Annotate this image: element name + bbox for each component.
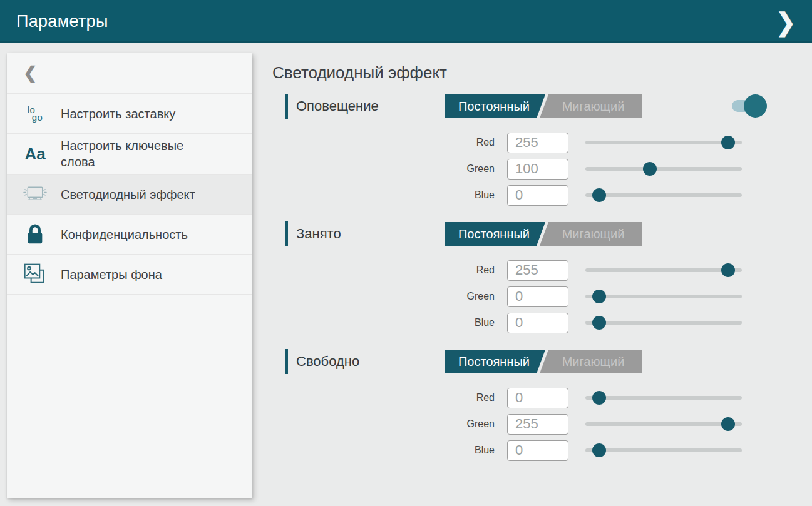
blue-slider[interactable] [585, 437, 742, 463]
sidebar-item-label: Настроить ключевые слова [61, 138, 198, 170]
mode-toggle-busy: Постоянный Мигающий [445, 222, 642, 246]
notification-enable-switch[interactable] [732, 94, 767, 118]
green-value-input[interactable] [507, 286, 568, 307]
slider-thumb[interactable] [721, 263, 735, 277]
mode-constant-button[interactable]: Постоянный [445, 222, 543, 246]
blue-value-input[interactable] [507, 185, 568, 206]
mode-blinking-button[interactable]: Мигающий [545, 350, 642, 373]
blue-value-input[interactable] [507, 313, 568, 333]
page-title: Светодиодный эффект [272, 63, 812, 82]
slider-track [585, 193, 742, 197]
slider-track [585, 141, 742, 144]
rgb-rows-notification: Red Green Blue [271, 129, 812, 208]
slider-thumb[interactable] [592, 188, 606, 202]
slider-thumb[interactable] [592, 391, 606, 405]
section-accent-bar [285, 94, 288, 119]
mode-constant-button[interactable]: Постоянный [445, 94, 543, 118]
switch-knob [744, 94, 767, 118]
back-chevron-icon: ❮ [23, 63, 38, 83]
mode-toggle-free: Постоянный Мигающий [445, 350, 642, 373]
led-screen-icon [21, 183, 49, 206]
rgb-row-green: Green [271, 156, 742, 182]
green-label: Green [271, 291, 495, 302]
green-label: Green [271, 163, 495, 175]
rgb-row-blue: Blue [271, 182, 742, 208]
sidebar-item-keywords[interactable]: Aa Настроить ключевые слова [7, 134, 252, 175]
sidebar-item-label: Параметры фона [61, 266, 162, 283]
slider-thumb[interactable] [643, 162, 657, 176]
section-title: Занято [296, 226, 341, 242]
red-value-input[interactable] [507, 388, 568, 408]
slider-track [585, 321, 742, 325]
rgb-row-red: Red [271, 385, 742, 411]
mode-blinking-button[interactable]: Мигающий [545, 222, 642, 246]
green-slider[interactable] [585, 283, 742, 310]
slider-track [585, 167, 742, 171]
sidebar: ❮ logo Настроить заставку Aa Настроить к… [7, 53, 252, 498]
app-title: Параметры [16, 12, 108, 31]
red-slider[interactable] [585, 257, 742, 283]
sidebar-item-label: Конфиденциальность [61, 226, 188, 243]
slider-track [585, 448, 742, 452]
red-value-input[interactable] [507, 133, 568, 153]
section-accent-bar [285, 349, 288, 374]
blue-slider[interactable] [585, 182, 742, 208]
sidebar-item-led-effect[interactable]: Светодиодный эффект [7, 175, 252, 215]
section-header-notification: Оповещение Постоянный Мигающий [271, 94, 812, 119]
slider-track [585, 268, 742, 272]
green-value-input[interactable] [507, 414, 568, 435]
keywords-icon: Aa [21, 146, 49, 162]
sidebar-back-button[interactable]: ❮ [7, 53, 252, 94]
background-images-icon [21, 262, 49, 287]
blue-label: Blue [271, 445, 495, 456]
rgb-row-green: Green [271, 411, 742, 437]
slider-track [585, 396, 742, 400]
sidebar-item-splash-screen[interactable]: logo Настроить заставку [7, 94, 252, 134]
section-title: Оповещение [296, 98, 379, 114]
blue-slider[interactable] [585, 310, 742, 336]
rgb-row-green: Green [271, 283, 742, 310]
rgb-row-red: Red [271, 257, 742, 283]
forward-chevron-icon[interactable]: ❯ [776, 9, 796, 34]
section-header-busy: Занято Постоянный Мигающий [271, 221, 812, 246]
section-header-free: Свободно Постоянный Мигающий [271, 349, 812, 374]
sidebar-item-label: Светодиодный эффект [61, 186, 195, 203]
sidebar-item-privacy[interactable]: Конфиденциальность [7, 215, 252, 255]
red-slider[interactable] [585, 385, 742, 411]
slider-thumb[interactable] [721, 417, 735, 431]
green-slider[interactable] [585, 156, 742, 182]
rgb-row-red: Red [271, 129, 742, 156]
red-label: Red [271, 265, 495, 276]
section-title: Свободно [296, 353, 359, 370]
rgb-rows-busy: Red Green Blue [271, 257, 812, 336]
rgb-rows-free: Red Green Blue [271, 385, 812, 463]
section-accent-bar [285, 221, 288, 246]
slider-thumb[interactable] [592, 316, 606, 330]
lock-icon [21, 223, 49, 246]
logo-icon: logo [21, 106, 49, 121]
mode-blinking-button[interactable]: Мигающий [545, 94, 642, 118]
blue-value-input[interactable] [507, 440, 568, 461]
blue-label: Blue [271, 190, 495, 201]
slider-thumb[interactable] [721, 136, 735, 149]
green-label: Green [271, 418, 495, 430]
red-slider[interactable] [585, 129, 742, 156]
slider-track [585, 422, 742, 426]
app-header: Параметры ❯ [0, 0, 812, 43]
rgb-row-blue: Blue [271, 310, 742, 336]
green-slider[interactable] [585, 411, 742, 437]
sidebar-item-label: Настроить заставку [61, 106, 175, 122]
mode-toggle-notification: Постоянный Мигающий [445, 94, 642, 118]
green-value-input[interactable] [507, 159, 568, 180]
rgb-row-blue: Blue [271, 437, 742, 463]
blue-label: Blue [271, 317, 495, 328]
slider-thumb[interactable] [592, 290, 606, 303]
slider-thumb[interactable] [592, 443, 606, 457]
mode-constant-button[interactable]: Постоянный [445, 350, 543, 373]
slider-track [585, 295, 742, 298]
red-label: Red [271, 137, 495, 148]
sidebar-item-background[interactable]: Параметры фона [7, 255, 252, 295]
red-value-input[interactable] [507, 260, 568, 281]
red-label: Red [271, 392, 495, 403]
main-content: Светодиодный эффект Оповещение Постоянны… [271, 43, 812, 506]
